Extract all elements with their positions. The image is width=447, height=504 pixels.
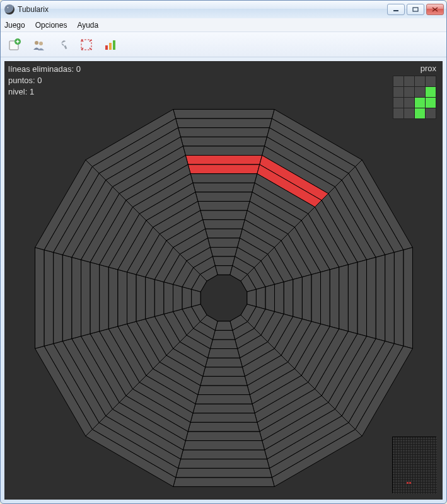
lines-row: líneas eliminadas: 0 (8, 64, 81, 75)
game-area[interactable]: líneas eliminadas: 0 puntos: 0 nivel: 1 … (4, 61, 443, 500)
board-cell (311, 272, 320, 324)
board-cell (185, 432, 262, 441)
svg-rect-12 (109, 43, 112, 50)
board-cell (183, 440, 264, 450)
board-cell (154, 279, 164, 316)
mini-overview-grid-icon (393, 437, 437, 494)
board-cell (190, 413, 257, 422)
board-cell (81, 260, 90, 336)
board-cell (136, 275, 146, 321)
board-cell (195, 394, 252, 404)
preview-cell (404, 76, 414, 86)
players-button[interactable] (28, 35, 49, 54)
window-title: Tubularix (18, 5, 387, 14)
board-cell (302, 275, 311, 321)
resize-button[interactable] (76, 35, 96, 54)
menu-ayuda[interactable]: Ayuda (77, 21, 98, 30)
new-game-icon (8, 38, 21, 52)
board-cell (357, 260, 366, 336)
board-cell (191, 289, 200, 306)
new-game-button[interactable] (4, 35, 25, 54)
mini-overview (392, 437, 436, 493)
toolbar (1, 32, 446, 57)
board-cell (197, 201, 249, 210)
board-cell (207, 238, 240, 248)
preview-cell (415, 76, 425, 86)
svg-rect-11 (105, 45, 108, 50)
preview-cell (415, 87, 425, 97)
points-row: puntos: 0 (8, 75, 81, 86)
board-cell (190, 174, 257, 183)
board-cell (145, 277, 154, 319)
menu-juego[interactable]: Juego (4, 21, 25, 30)
board-cell (348, 262, 357, 334)
board-cell (175, 118, 272, 128)
board-cell (173, 284, 182, 311)
minimize-button[interactable] (387, 4, 405, 15)
board-cell (62, 255, 72, 341)
preview-cell (393, 76, 403, 86)
players-icon (32, 38, 45, 52)
board-cell (205, 229, 242, 238)
board-cell (202, 367, 245, 377)
svg-rect-1 (413, 8, 418, 11)
board-cell (274, 282, 284, 314)
board-cell (385, 252, 394, 343)
level-value: 1 (30, 87, 34, 96)
board-cell (339, 265, 348, 331)
stats-button[interactable] (100, 35, 120, 54)
svg-point-9 (39, 42, 43, 45)
board-cell (127, 272, 136, 324)
board-cell (256, 287, 265, 309)
board-cell (193, 404, 255, 413)
board-cell (210, 340, 237, 349)
board-cell (320, 270, 330, 326)
board-center (200, 275, 247, 321)
settings-button[interactable] (52, 35, 73, 54)
active-piece-cell (185, 155, 262, 164)
svg-rect-13 (113, 40, 115, 50)
board-cell (163, 282, 173, 314)
preview-cell (426, 98, 436, 108)
mini-piece-dot (409, 482, 411, 484)
lines-value: 0 (76, 64, 81, 74)
board-cell (108, 267, 118, 329)
points-value: 0 (37, 76, 42, 85)
board-cell (99, 265, 108, 331)
board-cell (247, 289, 256, 306)
board-cell (180, 450, 267, 459)
close-button[interactable] (426, 4, 444, 15)
board-cell (202, 220, 245, 229)
board-cell (330, 267, 339, 329)
board-cell (265, 284, 274, 311)
board-cell (215, 266, 232, 275)
board-cell (200, 376, 247, 386)
board-cell (35, 248, 44, 348)
active-piece-cell (188, 164, 260, 174)
board-cell (173, 109, 274, 118)
board-cell (182, 287, 192, 309)
board-cell (117, 270, 127, 326)
board-cell (175, 468, 272, 478)
board-cell (53, 252, 62, 343)
board-cell (284, 279, 293, 316)
menu-opciones[interactable]: Opciones (35, 21, 67, 30)
board-cell (403, 248, 412, 348)
board-cell (376, 255, 385, 341)
board-cell (200, 210, 247, 220)
app-icon (4, 4, 15, 14)
preview-cell (404, 87, 414, 97)
menubar: Juego Opciones Ayuda (1, 18, 446, 32)
board-cell (394, 250, 403, 346)
titlebar[interactable]: Tubularix (1, 1, 446, 18)
level-label: nivel: (8, 87, 27, 96)
circular-board[interactable] (22, 96, 426, 500)
board-cell (205, 358, 242, 367)
maximize-button[interactable] (407, 4, 424, 15)
preview-cell (393, 87, 403, 97)
stats-panel: líneas eliminadas: 0 puntos: 0 nivel: 1 (8, 64, 81, 98)
board-cell (215, 321, 232, 331)
board-cell (293, 277, 302, 319)
board-cell (183, 146, 264, 156)
board-cell (210, 247, 237, 256)
